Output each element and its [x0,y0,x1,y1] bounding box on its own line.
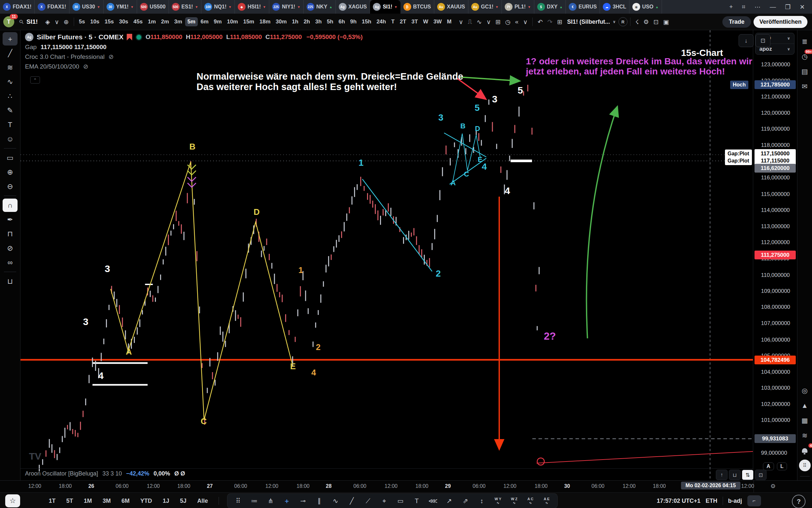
adjust-label[interactable]: b-adj [728,498,742,504]
time-tick[interactable]: 12:00 [385,483,397,489]
multichart-layout-icon[interactable]: ⊞ [555,18,565,26]
tab-us30[interactable]: 30US30▼ [69,0,104,14]
range-1m[interactable]: 1M [84,498,92,504]
range-3m[interactable]: 3M [103,498,111,504]
time-tick[interactable]: 18:00 [416,483,428,489]
avatar[interactable]: T 11 [3,16,14,27]
time-tick[interactable]: 06:00 [115,483,129,489]
timeframe-1m[interactable]: 1m [145,17,158,26]
eye-off-icon[interactable]: ⊘ [108,53,114,60]
timeframe-24h[interactable]: 24h [374,17,388,26]
auto-scale-button[interactable]: A [763,463,774,470]
timeframe-15m[interactable]: 15m [241,17,256,26]
tab-pl1![interactable]: PtPL1!▼ [502,0,534,14]
gap-indicator-row[interactable]: Gap 117,115000 117,150000 [25,44,363,51]
replay-icon[interactable]: « [513,18,521,25]
calendar-icon[interactable]: ▦ [799,413,811,428]
chart-pane[interactable]: 33AB4CDE124123BDECA543542? Ag Silber Fut… [20,30,753,480]
range-1j[interactable]: 1J [163,498,169,504]
timeframe-W[interactable]: W [421,17,431,26]
timeframe-5s[interactable]: 5s [77,17,87,26]
tab-ym1![interactable]: 30YM1!▼ [104,0,137,14]
trade-button[interactable]: Trade [722,16,751,28]
timeframe-10m[interactable]: 10m [225,17,240,26]
time-tick[interactable]: 18:00 [177,483,190,489]
time-tick[interactable]: 18:00 [535,483,547,489]
range-5j[interactable]: 5J [180,498,186,504]
time-tick[interactable]: 06:00 [473,483,486,489]
trend-line-tool-icon[interactable]: ╱ [344,495,359,507]
tab-uso[interactable]: ◉USO▲ [629,0,662,14]
timeframe-9m[interactable]: 9m [211,17,224,26]
timeframe-5h[interactable]: 5h [325,17,336,26]
zoom-in-tool[interactable]: ⊕ [3,165,17,179]
fullscreen-icon[interactable]: ⊡ [651,18,661,26]
templates-icon[interactable]: ⋔ [263,495,278,507]
time-axis[interactable]: Mo 02-02-2026 04:15 ⚙ 12:0018:002606:001… [0,480,812,493]
sync-drawings-tool[interactable]: ∞ [3,256,17,269]
screenshot-icon[interactable]: ▣ [661,18,671,26]
time-tick[interactable]: 18:00 [653,483,666,489]
clock[interactable]: 17:57:02 UTC+1 [657,498,701,504]
parallel-channel-tool-icon[interactable]: ∥ [312,495,327,507]
time-tick[interactable]: 06:00 [353,483,366,489]
time-tick[interactable]: 26 [88,483,94,489]
maximize-pane-button[interactable]: ⊡ [756,34,770,47]
time-tick[interactable]: 06:00 [591,483,605,489]
arrow-marker-tool-icon[interactable]: ↗ [442,495,457,507]
time-tick[interactable]: 12:00 [741,483,754,489]
timeframe-9h[interactable]: 9h [348,17,359,26]
add-tab-button[interactable]: + [729,3,733,10]
time-tick[interactable]: 06:00 [234,483,247,489]
time-tick[interactable]: 30 [564,483,570,489]
object-layers-icon[interactable]: ▤ [799,64,811,79]
timeframe-45s[interactable]: 45s [131,17,145,26]
timeframe-3W[interactable]: 3W [431,17,444,26]
price-range-tool-icon[interactable]: ↕ [474,495,489,507]
time-tick[interactable]: 12:00 [28,483,41,489]
tab-gc1![interactable]: AuGC1!▼ [468,0,502,14]
tab-3hcl[interactable]: ☁3HCL [600,0,629,14]
streams-icon[interactable]: ≋ [799,428,811,443]
time-tick[interactable]: 12:00 [623,483,636,489]
trend-line-tool[interactable]: ╱ [3,46,17,60]
forecast-tool[interactable]: ∴ [3,89,17,103]
redo-icon[interactable]: ↷ [545,18,555,26]
close-button[interactable]: ✕ [800,3,805,11]
tab-xagus[interactable]: AgXAGUS [336,0,370,14]
favorites-star-button[interactable]: ☆ [5,494,20,507]
pattern-abcde-icon[interactable]: A E∿ [539,495,554,507]
timeframe-3m[interactable]: 3m [172,17,185,26]
aroon-indicator-row[interactable]: Aroon Oscillator [BigBeluga] 33 3 10 −42… [25,470,185,477]
more-options-button[interactable]: ⋯ [755,3,761,11]
legend-collapse-button[interactable]: ⌃ [30,76,40,84]
ideas-icon[interactable]: ▲ [799,398,811,413]
tab-nq1![interactable]: 100NQ1!▼ [201,0,235,14]
minimize-button[interactable]: — [770,3,776,10]
adjust-button[interactable]: ⌐ [747,495,761,506]
chevron-down-icon[interactable]: ∨ [484,18,493,26]
range-6m[interactable]: 6M [122,498,130,504]
chevron-down-icon[interactable]: ∨ [52,18,61,26]
delete-pane-button[interactable]: ⊔ [729,470,741,480]
arrow-tool-icon[interactable]: ⇗ [458,495,473,507]
timeframe-15s[interactable]: 15s [102,17,116,26]
drag-handle-icon[interactable]: ⠿ [231,495,246,507]
maximize-pane-button[interactable]: ⊡ [755,470,767,480]
timeframe-30s[interactable]: 30s [116,17,130,26]
timeframe-6m[interactable]: 6m [198,17,211,26]
pattern-wxy-icon[interactable]: W Y∿ [490,495,506,507]
horizontal-line-tool-icon[interactable]: ⊸ [296,495,311,507]
time-tick[interactable]: 12:00 [147,483,160,489]
tab-dxy[interactable]: $DXY▲ [534,0,566,14]
croc-indicator-row[interactable]: Croc 3.0 Chart - Professional ⊘ [25,53,363,60]
alerts-icon[interactable]: ◷99+ [799,49,811,64]
session-label[interactable]: ETH [706,498,717,504]
scroll-to-recent-button[interactable]: ↓ [738,34,754,47]
hide-drawings-tool[interactable]: ⊘ [3,242,17,255]
undo-icon[interactable]: ↶ [535,18,545,26]
chat-icon[interactable]: ✉ [799,79,811,94]
gann-fib-tool[interactable]: ≋ [3,61,17,74]
range-alle[interactable]: Alle [197,498,208,504]
crosshair-tool[interactable]: ＋ [3,32,17,45]
